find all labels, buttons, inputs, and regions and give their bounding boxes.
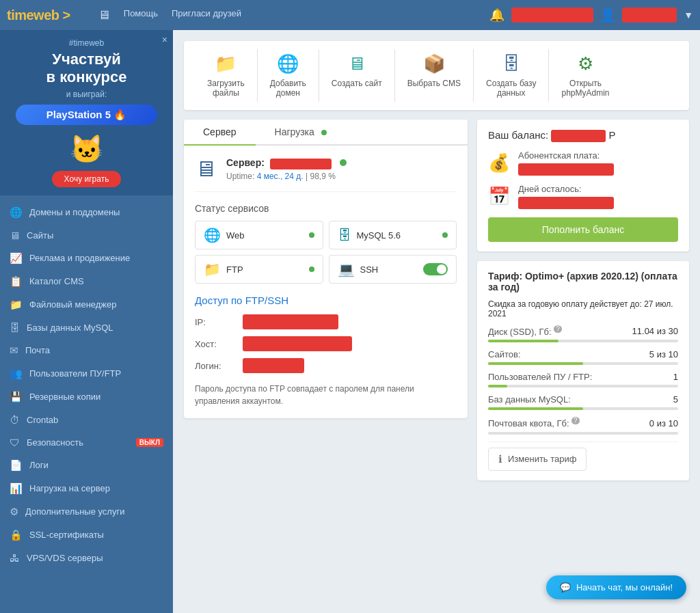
server-online-dot [340, 159, 347, 166]
sidebar-item-label: Файловый менеджер [29, 299, 117, 310]
ftp-note: Пароль доступа по FTP совпадает с пароле… [195, 383, 457, 407]
tab-server[interactable]: Сервер [184, 120, 256, 146]
mail-quota-value: 0 из 10 [649, 418, 678, 428]
sites-icon: 🖥 [10, 230, 20, 241]
host-label: Хост: [195, 339, 236, 349]
server-name-redacted [270, 159, 332, 169]
disk-progress-wrap [488, 340, 678, 342]
ssl-icon: 🔒 [10, 529, 23, 541]
sidebar-item-ads[interactable]: 📈 Реклама и продвижение [0, 247, 173, 270]
qa-upload-files[interactable]: 📁 Загрузитьфайлы [195, 49, 258, 102]
sidebar: × #timeweb Участвуй в конкурсе и выиграй… [0, 30, 173, 613]
change-tariff-button[interactable]: ℹ Изменить тариф [488, 448, 587, 471]
sites-progress-wrap [488, 362, 678, 365]
subscription-label: Абонентская плата: [518, 150, 678, 161]
host-value-redacted [243, 336, 352, 351]
days-left-value-redacted [518, 197, 614, 209]
qa-choose-cms[interactable]: 📦 Выбрать CMS [395, 49, 474, 102]
backups-icon: 💾 [10, 391, 23, 403]
tariff-disk-row: Диск (SSD), Гб: ? 11.04 из 30 [488, 325, 678, 337]
sidebar-item-label: Резервные копии [29, 392, 100, 402]
qa-label: ОткрытьphpMyAdmin [561, 79, 609, 98]
balance-panel: Ваш баланс: Р 💰 Абонентская плата: 📅 [477, 120, 689, 251]
tariff-dbs-row: Баз данных MySQL: 5 [488, 394, 678, 405]
disk-progress-fill [488, 340, 558, 342]
chat-icon: 💬 [560, 582, 571, 592]
sidebar-item-domains[interactable]: 🌐 Домены и поддомены [0, 201, 173, 224]
add-domain-icon: 🌐 [277, 53, 299, 74]
sidebar-item-backups[interactable]: 💾 Резервные копии [0, 385, 173, 409]
dbs-label: Баз данных MySQL: [488, 394, 673, 405]
balance-prefix: Ваш баланс: [488, 129, 548, 141]
sidebar-item-label: Дополнительные услуги [25, 506, 124, 517]
invite-link[interactable]: Пригласи друзей [172, 8, 241, 23]
top-nav-links: 🖥 Помощь Пригласи друзей [98, 8, 241, 23]
sidebar-item-label: Реклама и продвижение [29, 253, 130, 263]
quick-actions-bar: 📁 Загрузитьфайлы 🌐 Добавитьдомен 🖥 Созда… [184, 41, 689, 110]
web-service-icon: 🌐 [204, 227, 221, 243]
qa-phpmyadmin[interactable]: ⚙ ОткрытьphpMyAdmin [549, 49, 621, 102]
dbs-progress-wrap [488, 407, 678, 410]
dropdown-arrow[interactable]: ▼ [684, 10, 693, 21]
sidebar-item-label: Безопасность [27, 437, 83, 448]
sidebar-item-load[interactable]: 📊 Нагрузка на сервер [0, 477, 173, 500]
web-service-dot [309, 232, 314, 238]
login-value-redacted [243, 358, 304, 373]
sidebar-item-mail[interactable]: ✉ Почта [0, 339, 173, 362]
uptime-link[interactable]: 4 мес., 24 д. [257, 172, 304, 181]
balance-title: Ваш баланс: Р [488, 129, 678, 142]
help-link[interactable]: Помощь [124, 8, 158, 23]
sidebar-item-vps[interactable]: 🖧 VPS/VDS серверы [0, 547, 173, 569]
sidebar-item-label: Сайты [27, 230, 53, 241]
qa-create-db[interactable]: 🗄 Создать базуданных [474, 49, 549, 102]
logo[interactable]: timeweb > [7, 8, 70, 23]
sites-label: Сайтов: [488, 349, 649, 359]
sidebar-item-sites[interactable]: 🖥 Сайты [0, 224, 173, 247]
qa-label: Добавитьдомен [270, 79, 306, 98]
sidebar-item-crontab[interactable]: ⏱ Crontab [0, 409, 173, 431]
qa-label: Создать базуданных [486, 79, 536, 98]
sidebar-item-users[interactable]: 👥 Пользователи ПУ/FTP [0, 362, 173, 385]
sidebar-item-extra[interactable]: ⚙ Дополнительные услуги [0, 500, 173, 523]
dbs-progress-fill [488, 407, 583, 410]
ssh-service-icon: 💻 [338, 261, 355, 277]
ps5-button[interactable]: PlayStation 5 🔥 [16, 105, 157, 125]
sidebar-item-label: Crontab [27, 415, 58, 425]
play-button[interactable]: Хочу играть [52, 171, 122, 187]
days-left-row: 📅 Дней осталось: [488, 184, 678, 209]
sidebar-item-mysql[interactable]: 🗄 Базы данных MySQL [0, 316, 173, 339]
chat-button[interactable]: 💬 Начать чат, мы онлайн! [546, 575, 686, 599]
balance-currency: Р [609, 129, 616, 141]
mysql-service-name: MySQL 5.6 [357, 230, 438, 241]
sidebar-item-ssl[interactable]: 🔒 SSL-сертификаты [0, 523, 173, 547]
qa-create-site[interactable]: 🖥 Создать сайт [319, 49, 395, 102]
server-details: Сервер: Uptime: 4 мес., 24 д. | 98,9 % [226, 157, 347, 180]
ip-value-redacted [243, 314, 338, 329]
sidebar-item-label: Почта [25, 345, 50, 355]
sidebar-item-filemanager[interactable]: 📁 Файловый менеджер [0, 293, 173, 316]
tariff-panel: Тариф: Optimo+ (архив 2020.12) (оплата з… [477, 261, 689, 480]
ssh-toggle[interactable] [423, 263, 448, 275]
avatar-icon[interactable]: 👤 [600, 8, 615, 23]
server-label: Сервер: [226, 157, 265, 168]
account-redacted [622, 8, 677, 23]
sidebar-item-logs[interactable]: 📄 Логи [0, 454, 173, 477]
ftp-fields: IP: Хост: Логин: [195, 314, 457, 373]
choose-cms-icon: 📦 [423, 53, 445, 74]
server-info-row: 🖥 Сервер: Uptime: 4 мес., 24 д. [195, 156, 457, 192]
security-icon: 🛡 [10, 437, 20, 448]
tariff-title: Тариф: Optimo+ (архив 2020.12) (оплата з… [488, 271, 678, 292]
sidebar-item-label: Нагрузка на сервер [29, 483, 110, 493]
tab-load[interactable]: Нагрузка [256, 120, 346, 146]
sidebar-item-label: Пользователи ПУ/FTP [29, 368, 121, 379]
replenish-button[interactable]: Пополнить баланс [488, 217, 678, 242]
close-ad-button[interactable]: × [162, 34, 167, 45]
ssh-service-name: SSH [360, 264, 418, 275]
extra-icon: ⚙ [10, 506, 18, 518]
info-icon: ℹ [498, 453, 502, 465]
server-name-row: Сервер: [226, 157, 347, 169]
notification-icon[interactable]: 🔔 [489, 8, 504, 23]
qa-add-domain[interactable]: 🌐 Добавитьдомен [258, 49, 319, 102]
sidebar-item-security[interactable]: 🛡 Безопасность ВЫКЛ [0, 431, 173, 454]
sidebar-item-cms[interactable]: 📋 Каталог CMS [0, 270, 173, 293]
